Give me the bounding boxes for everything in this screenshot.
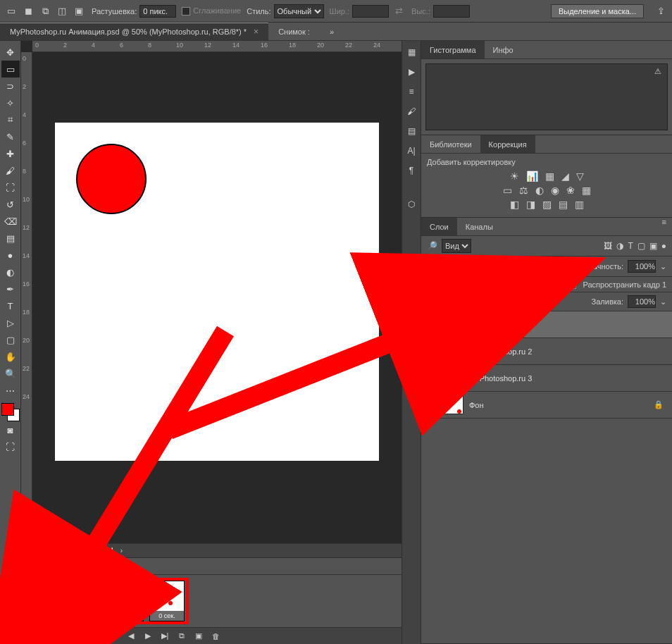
filter-smart-icon[interactable]: ▣ xyxy=(649,241,657,251)
tabs-overflow[interactable]: » xyxy=(320,23,344,40)
zoom-tool[interactable]: 🔍 xyxy=(1,365,20,382)
lock-pixels-icon[interactable]: ▩ xyxy=(471,297,478,306)
brightness-icon[interactable]: ☀ xyxy=(510,171,519,182)
character-dock-icon[interactable]: A| xyxy=(404,144,418,158)
gradient-tool[interactable]: ▤ xyxy=(1,230,20,247)
gradmap-icon[interactable]: ▤ xyxy=(559,199,568,210)
mixer-icon[interactable]: ❀ xyxy=(566,185,575,196)
lock-all-icon[interactable]: 🔒 xyxy=(513,297,523,306)
propagate-check[interactable] xyxy=(568,280,576,289)
3d-dock-icon[interactable]: ⬡ xyxy=(404,197,418,211)
frame-4[interactable]: 40 сек. xyxy=(149,581,185,621)
new-frame-icon[interactable]: ▣ xyxy=(192,630,205,643)
pen-tool[interactable]: ✒ xyxy=(1,280,20,297)
balance-icon[interactable]: ⚖ xyxy=(519,185,528,196)
libraries-tab[interactable]: Библиотеки xyxy=(421,135,480,153)
filter-type-icon[interactable]: T xyxy=(628,241,633,251)
delete-frame-icon[interactable]: 🗑 xyxy=(209,630,222,643)
shape-tool[interactable]: ▢ xyxy=(1,331,20,348)
frame-3[interactable]: 30 сек. xyxy=(108,581,144,621)
visibility-icon[interactable]: 👁 xyxy=(421,400,438,410)
eraser-tool[interactable]: ⌫ xyxy=(1,213,20,230)
posterize-icon[interactable]: ◨ xyxy=(526,199,535,210)
type-tool[interactable]: T xyxy=(1,297,20,314)
lasso-tool[interactable]: ⊃ xyxy=(1,78,20,94)
share-icon[interactable]: ⇪ xyxy=(654,4,668,18)
lock-artboard-icon[interactable]: ⌗ xyxy=(504,297,509,306)
hue-icon[interactable]: ▭ xyxy=(503,185,512,196)
layer-thumb[interactable] xyxy=(444,316,463,334)
stamp-tool[interactable]: ⛶ xyxy=(1,179,20,196)
paragraph-dock-icon[interactable]: ¶ xyxy=(404,163,418,178)
invert-icon[interactable]: ◧ xyxy=(510,199,519,210)
layer-name[interactable]: MyPhotoshop.ru 2 xyxy=(469,347,532,356)
artboard[interactable] xyxy=(55,123,379,461)
quickmask-icon[interactable]: ◙ xyxy=(1,421,20,438)
loop-select[interactable]: Однократно xyxy=(45,630,104,643)
blur-tool[interactable]: ● xyxy=(1,247,20,264)
first-frame-icon[interactable]: ⏮ xyxy=(108,630,120,643)
threshold-icon[interactable]: ▨ xyxy=(542,199,552,210)
timeline-tab[interactable]: Шкала времени xyxy=(21,558,95,574)
play-dock-icon[interactable]: ▶ xyxy=(404,65,418,79)
ruler-vertical[interactable]: 024681012141618202224 xyxy=(21,52,32,644)
tween-icon[interactable]: ⧉ xyxy=(175,630,188,643)
navigator-icon[interactable]: ▦ xyxy=(404,45,418,59)
frame-1[interactable]: 10 сек. xyxy=(27,581,62,621)
panel-options-icon[interactable]: ≡ xyxy=(657,218,672,235)
crop-tool[interactable]: ⌗ xyxy=(1,111,20,128)
healing-brush-tool[interactable]: ✚ xyxy=(1,145,20,162)
history-brush-tool[interactable]: ↺ xyxy=(1,196,20,213)
lut-icon[interactable]: ▦ xyxy=(582,185,591,196)
filter-toggle-icon[interactable]: ● xyxy=(661,241,666,251)
timeline-menu-icon[interactable]: ≡ xyxy=(28,630,41,643)
channels-tab[interactable]: Каналы xyxy=(457,218,502,235)
fill-chevron-icon[interactable]: ⌄ xyxy=(660,297,666,306)
unify-style-icon[interactable]: fx xyxy=(513,280,519,289)
opacity-input[interactable] xyxy=(628,260,656,273)
layer-name[interactable]: Фон xyxy=(469,401,484,409)
search-icon[interactable]: 🔎 xyxy=(427,241,437,251)
filter-shape-icon[interactable]: ▢ xyxy=(637,241,645,251)
exposure-icon[interactable]: ◢ xyxy=(561,171,569,182)
next-frame-icon[interactable]: ▶| xyxy=(158,630,171,643)
visibility-icon[interactable]: 👁 xyxy=(421,347,438,357)
opacity-chevron-icon[interactable]: ⌄ xyxy=(660,262,666,271)
levels-icon[interactable]: 📊 xyxy=(526,171,538,182)
info-tab[interactable]: Инфо xyxy=(485,41,522,58)
document-tab-2[interactable]: Снимок : xyxy=(268,23,320,40)
layer-thumb[interactable] xyxy=(444,396,463,414)
swatches-dock-icon[interactable]: ▤ xyxy=(404,124,418,138)
layer-row[interactable]: 👁MyPhotoshop.ru 3 xyxy=(421,365,672,392)
selection-intersect-icon[interactable]: ▣ xyxy=(72,4,86,18)
layer-row[interactable]: 👁Фон🔒 xyxy=(421,392,672,419)
style-select[interactable]: Обычный xyxy=(274,4,324,18)
layer-thumb[interactable] xyxy=(444,369,463,388)
adjustments-tab[interactable]: Коррекция xyxy=(480,135,535,153)
brush-dock-icon[interactable]: 🖌 xyxy=(404,104,418,118)
lock-brush-icon[interactable]: 🖌 xyxy=(482,297,490,306)
frame-2[interactable]: 20 сек. xyxy=(68,581,103,621)
selection-new-icon[interactable]: ◼ xyxy=(21,4,35,18)
warning-icon[interactable]: ⚠ xyxy=(654,67,661,76)
edit-toolbar-icon[interactable]: ⋯ xyxy=(1,382,20,399)
unify-visibility-icon[interactable]: 👁 xyxy=(501,280,509,289)
layer-name[interactable]: MyPhotoshop.ru xyxy=(469,321,525,329)
document-info[interactable]: Док: 2,64M/3,26M xyxy=(56,547,113,555)
history-dock-icon[interactable]: ≡ xyxy=(404,85,418,99)
filter-adjust-icon[interactable]: ◑ xyxy=(616,241,623,251)
move-tool[interactable]: ✥ xyxy=(1,44,20,61)
layers-tab[interactable]: Слои xyxy=(421,218,457,235)
curves-icon[interactable]: ▦ xyxy=(545,171,554,182)
photofilter-icon[interactable]: ◉ xyxy=(551,185,559,196)
layer-filter-select[interactable]: Вид xyxy=(442,239,471,253)
layer-row[interactable]: 👁MyPhotoshop.ru xyxy=(421,311,672,338)
marquee-tool[interactable]: ▭ xyxy=(1,61,20,78)
close-icon[interactable]: × xyxy=(254,27,259,37)
color-swatches[interactable] xyxy=(1,403,20,421)
brush-tool[interactable]: 🖌 xyxy=(1,162,20,179)
lock-move-icon[interactable]: ✥ xyxy=(494,297,500,306)
fill-input[interactable] xyxy=(628,295,656,308)
dodge-tool[interactable]: ◐ xyxy=(1,264,20,280)
path-select-tool[interactable]: ▷ xyxy=(1,314,20,331)
